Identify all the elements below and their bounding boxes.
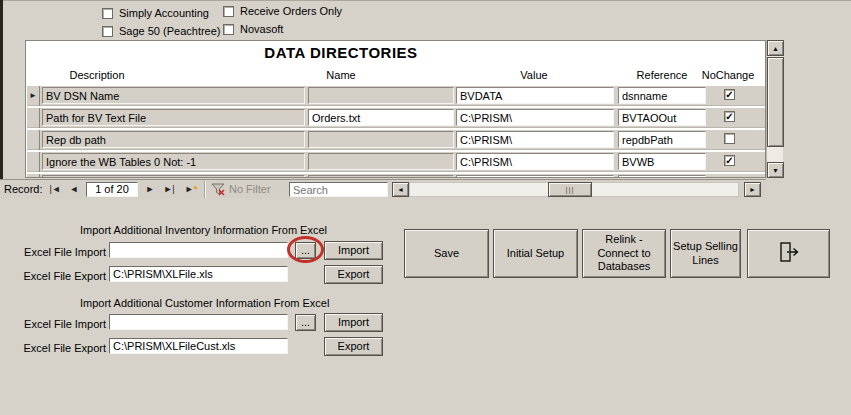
table-row: Ignore the WB Tables 0 Not: -1 C:\PRISM\… [27,152,765,172]
customer-browse-button[interactable]: ... [295,314,316,331]
nochange-checkbox[interactable] [724,133,735,144]
checkbox-sage50[interactable] [102,26,113,37]
name-cell[interactable]: Orders.txt [308,109,454,126]
relink-connect-button[interactable]: Relink - Connect to Databases [582,229,666,278]
previous-record-button[interactable]: ◄ [65,182,83,197]
customer-import-label: Excel File Import [20,318,106,330]
customer-import-input[interactable] [109,314,288,330]
window-edge-left [0,0,3,180]
row-selector[interactable] [27,130,40,150]
check-mark-icon: ✓ [725,155,733,166]
new-record-button[interactable]: ►* [180,182,202,197]
nav-separator [204,181,206,198]
inventory-browse-button[interactable]: ... [295,242,316,259]
table-row: Path for BV Text File Orders.txt C:\PRIS… [27,108,765,128]
description-cell[interactable] [42,175,305,178]
inventory-export-button[interactable]: Export [324,265,383,284]
exit-door-icon [777,240,801,268]
window-edge-top [0,0,851,1]
record-label: Record: [4,183,43,195]
save-button[interactable]: Save [404,229,489,278]
inventory-export-label: Excel File Export [14,270,106,282]
last-record-button[interactable]: ►| [160,182,178,197]
check-mark-icon: ✓ [725,89,733,100]
grid-title: DATA DIRECTORIES [26,44,656,61]
initial-setup-button[interactable]: Initial Setup [493,229,578,278]
nochange-checkbox[interactable]: ✓ [724,155,735,166]
inventory-import-button[interactable]: Import [324,241,383,260]
inventory-import-label: Excel File Import [20,246,106,258]
vertical-scrollbar-thumb[interactable] [767,57,784,147]
reference-cell[interactable] [618,175,706,178]
column-header-name: Name [281,69,401,81]
name-cell[interactable] [308,175,454,178]
next-record-button[interactable]: ► [141,182,159,197]
hscroll-right-icon[interactable]: ► [744,182,761,197]
inventory-import-input[interactable] [109,242,288,258]
reference-cell[interactable]: BVTAOOut [618,109,706,126]
row-selector[interactable] [27,108,40,128]
inventory-section-heading: Import Additional Inventory Information … [80,224,327,236]
scroll-down-icon[interactable]: ▼ [767,162,784,178]
name-cell[interactable] [308,87,454,104]
customer-section-heading: Import Additional Customer Information F… [80,297,329,309]
data-directories-grid: DATA DIRECTORIES Description Name Value … [25,40,766,178]
value-cell[interactable]: BVDATA [456,87,614,104]
name-cell[interactable] [308,131,454,148]
nochange-checkbox[interactable]: ✓ [724,111,735,122]
value-cell[interactable]: C:\PRISM\ [456,153,614,170]
table-row: ► BV DSN Name BVDATA dsnname ✓ [27,86,765,106]
checkbox-simply-accounting[interactable] [102,8,113,19]
table-row-partial [27,174,765,178]
reference-cell[interactable]: repdbPath [618,131,706,148]
current-record-arrow-icon: ► [29,91,37,100]
exit-button[interactable] [747,229,830,278]
nochange-checkbox[interactable]: ✓ [724,89,735,100]
record-position-box[interactable]: 1 of 20 [86,182,138,197]
name-cell[interactable] [308,153,454,170]
horizontal-scrollbar-thumb[interactable]: ||| [548,182,592,197]
column-header-description: Description [37,69,157,81]
value-cell[interactable] [456,175,614,178]
checkbox-label: Receive Orders Only [240,5,342,17]
search-input[interactable] [289,182,388,197]
new-record-arrow-icon: ► [185,184,194,194]
description-cell[interactable]: Rep db path [42,131,305,148]
reference-cell[interactable]: dsnname [618,87,706,104]
checkbox-receive-orders-only[interactable] [223,6,234,17]
description-cell[interactable]: Ignore the WB Tables 0 Not: -1 [42,153,305,170]
check-mark-icon: ✓ [725,111,733,122]
hscroll-left-icon[interactable]: ◄ [392,182,409,197]
customer-export-input[interactable] [109,338,288,354]
horizontal-scrollbar-track[interactable]: ||| [409,182,739,197]
first-record-button[interactable]: |◄ [46,182,64,197]
description-cell[interactable]: Path for BV Text File [42,109,305,126]
checkbox-label: Sage 50 (Peachtree) [119,25,221,37]
table-row: Rep db path C:\PRISM\ repdbPath [27,130,765,150]
setup-selling-lines-button[interactable]: Setup Selling Lines [670,229,741,278]
vertical-scrollbar[interactable]: ▲ ▼ [766,40,783,178]
row-selector[interactable]: ► [27,86,40,106]
form-window: Simply Accounting Sage 50 (Peachtree) Re… [0,0,851,415]
value-cell[interactable]: C:\PRISM\ [456,109,614,126]
customer-export-button[interactable]: Export [324,337,383,356]
customer-import-button[interactable]: Import [324,313,383,332]
new-record-star-icon: * [194,184,198,194]
no-filter-label[interactable]: No Filter [229,183,271,195]
customer-export-label: Excel File Export [14,342,106,354]
description-cell[interactable]: BV DSN Name [42,87,305,104]
value-cell[interactable]: C:\PRISM\ [456,131,614,148]
scrollbar-grip-icon: ||| [565,185,574,194]
checkbox-label: Simply Accounting [119,7,209,19]
reference-cell[interactable]: BVWB [618,153,706,170]
column-header-nochange: NoChange [678,69,766,81]
checkbox-novasoft[interactable] [223,24,234,35]
row-selector[interactable] [27,174,40,178]
column-header-value: Value [474,69,594,81]
filter-icon[interactable] [211,183,225,198]
record-navigator: Record: |◄ ◄ 1 of 20 ► ►| ►* No Filter ◄… [0,179,766,198]
inventory-export-input[interactable] [109,266,288,282]
checkbox-label: Novasoft [240,23,283,35]
scroll-up-icon[interactable]: ▲ [767,40,784,56]
row-selector[interactable] [27,152,40,172]
